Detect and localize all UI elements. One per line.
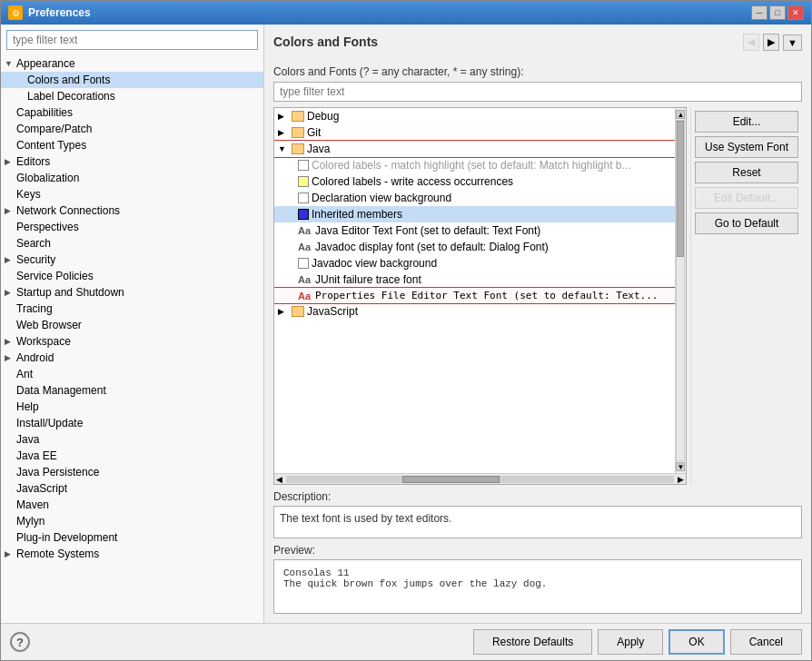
- sidebar-item-install-update[interactable]: Install/Update: [1, 415, 263, 431]
- sidebar-item-security[interactable]: ▶ Security: [1, 252, 263, 268]
- help-button[interactable]: ?: [10, 632, 30, 652]
- sidebar-item-label: Remote Systems: [16, 548, 99, 560]
- font-tree-item-git[interactable]: ▶ Git: [274, 124, 675, 141]
- font-tree-item-colored-match[interactable]: Colored labels - match highlight (set to…: [274, 157, 675, 173]
- font-tree-item-inherited-members[interactable]: Inherited members: [274, 206, 675, 222]
- scroll-thumb[interactable]: [677, 121, 684, 257]
- sidebar-item-colors-fonts[interactable]: Colors and Fonts: [1, 72, 263, 88]
- use-system-font-button[interactable]: Use System Font: [695, 136, 798, 158]
- font-tree-item-junit-failure[interactable]: Aa JUnit failure trace font: [274, 271, 675, 288]
- folder-icon: [292, 306, 304, 317]
- right-filter-input[interactable]: [273, 82, 802, 102]
- font-aa-icon: Aa: [298, 274, 312, 285]
- scroll-down-button[interactable]: ▼: [676, 462, 685, 471]
- font-tree-scroll[interactable]: ▶ Debug ▶ Git: [274, 108, 675, 473]
- sidebar-item-data-management[interactable]: Data Management: [1, 382, 263, 399]
- sidebar-item-label: Colors and Fonts: [27, 74, 110, 86]
- sidebar-item-label: Mylyn: [16, 515, 45, 528]
- title-bar: ⚙ Preferences ─ □ ✕: [1, 1, 811, 25]
- font-tree-item-java[interactable]: ▼ Java: [274, 141, 675, 157]
- cancel-button[interactable]: Cancel: [730, 629, 802, 655]
- sidebar-item-label: Editors: [16, 155, 50, 168]
- scroll-track[interactable]: [676, 120, 685, 461]
- sidebar-item-web-browser[interactable]: Web Browser: [1, 317, 263, 333]
- folder-icon: [292, 127, 304, 138]
- sidebar-item-label: Capabilities: [16, 106, 73, 119]
- sidebar-item-javascript[interactable]: JavaScript: [1, 480, 263, 497]
- restore-defaults-button[interactable]: Restore Defaults: [473, 629, 592, 655]
- description-box: The text font is used by text editors.: [273, 506, 802, 538]
- sidebar-item-keys[interactable]: Keys: [1, 186, 263, 202]
- expand-arrow: ▶: [278, 112, 289, 121]
- scroll-up-button[interactable]: ▲: [676, 110, 685, 119]
- font-tree-item-javascript[interactable]: ▶ JavaScript: [274, 303, 675, 320]
- sidebar-item-remote-systems[interactable]: ▶ Remote Systems: [1, 546, 263, 562]
- sidebar-item-network-connections[interactable]: ▶ Network Connections: [1, 202, 263, 219]
- ok-button[interactable]: OK: [668, 629, 724, 655]
- sidebar-item-ant[interactable]: Ant: [1, 366, 263, 382]
- reset-button[interactable]: Reset: [695, 162, 798, 183]
- window-title: Preferences: [28, 6, 91, 19]
- font-tree-item-javadoc-display[interactable]: Aa Javadoc display font (set to default:…: [274, 239, 675, 255]
- sidebar-item-help[interactable]: Help: [1, 399, 263, 415]
- sidebar-item-java[interactable]: Java: [1, 431, 263, 448]
- sidebar-item-label: Startup and Shutdown: [16, 286, 124, 299]
- font-tree-item-debug[interactable]: ▶ Debug: [274, 108, 675, 124]
- sidebar-item-android[interactable]: ▶ Android: [1, 350, 263, 366]
- font-tree-hscrollbar[interactable]: ◀ ▶: [274, 473, 686, 484]
- hscroll-thumb[interactable]: [402, 476, 500, 483]
- sidebar-item-globalization[interactable]: Globalization: [1, 170, 263, 186]
- apply-button[interactable]: Apply: [598, 629, 663, 655]
- sidebar-item-compare-patch[interactable]: Compare/Patch: [1, 121, 263, 137]
- font-tree-vscrollbar[interactable]: ▲ ▼: [675, 108, 686, 473]
- bottom-bar: ? Restore Defaults Apply OK Cancel: [1, 623, 811, 660]
- sidebar-item-label: Globalization: [16, 172, 79, 184]
- sidebar-item-java-persistence[interactable]: Java Persistence: [1, 464, 263, 480]
- sidebar-item-label: Data Management: [16, 384, 106, 397]
- close-button[interactable]: ✕: [787, 5, 804, 20]
- sidebar-item-java-ee[interactable]: Java EE: [1, 448, 263, 464]
- minimize-button[interactable]: ─: [751, 5, 767, 20]
- sidebar-item-content-types[interactable]: Content Types: [1, 137, 263, 153]
- sidebar-item-label: Java: [16, 433, 39, 446]
- sidebar-item-appearance[interactable]: ▼ Appearance: [1, 55, 263, 72]
- edit-default-button[interactable]: Edit Default...: [695, 187, 798, 209]
- sidebar-item-search[interactable]: Search: [1, 235, 263, 252]
- font-tree-item-java-editor-font[interactable]: Aa Java Editor Text Font (set to default…: [274, 222, 675, 239]
- sidebar-item-maven[interactable]: Maven: [1, 497, 263, 513]
- preview-label: Preview:: [273, 544, 802, 557]
- font-tree-item-colored-write[interactable]: Colored labels - write access occurrence…: [274, 173, 675, 190]
- bottom-left: ?: [10, 632, 30, 652]
- sidebar-item-workspace[interactable]: ▶ Workspace: [1, 333, 263, 350]
- hscroll-left-button[interactable]: ◀: [274, 475, 284, 484]
- sidebar-item-mylyn[interactable]: Mylyn: [1, 513, 263, 529]
- main-content: ▼ Appearance Colors and Fonts Label Deco…: [1, 25, 811, 623]
- font-tree-item-declaration-view[interactable]: Declaration view background: [274, 190, 675, 206]
- sidebar-item-label: Perspectives: [16, 221, 79, 233]
- hscroll-right-button[interactable]: ▶: [676, 475, 686, 484]
- sidebar-item-editors[interactable]: ▶ Editors: [1, 153, 263, 170]
- go-to-default-button[interactable]: Go to Default: [695, 212, 798, 234]
- sidebar-item-label: Java EE: [16, 449, 57, 462]
- sidebar-item-perspectives[interactable]: Perspectives: [1, 219, 263, 235]
- sidebar-item-capabilities[interactable]: Capabilities: [1, 104, 263, 121]
- edit-button[interactable]: Edit...: [695, 111, 798, 133]
- font-tree-item-javadoc-view-bg[interactable]: Javadoc view background: [274, 255, 675, 271]
- maximize-button[interactable]: □: [769, 5, 786, 20]
- left-tree-scroll[interactable]: ▼ Appearance Colors and Fonts Label Deco…: [1, 55, 263, 623]
- left-filter-input[interactable]: [6, 30, 258, 50]
- sidebar-item-startup-shutdown[interactable]: ▶ Startup and Shutdown: [1, 284, 263, 301]
- nav-dropdown-button[interactable]: ▼: [783, 35, 802, 51]
- hscroll-track[interactable]: [286, 476, 674, 483]
- sidebar-item-tracing[interactable]: Tracing: [1, 301, 263, 317]
- nav-back-button[interactable]: ◀: [743, 34, 759, 51]
- title-bar-left: ⚙ Preferences: [8, 5, 91, 20]
- sidebar-item-service-policies[interactable]: Service Policies: [1, 268, 263, 284]
- font-tree-item-properties-editor[interactable]: Aa Properties File Editor Text Font (set…: [274, 288, 675, 303]
- sidebar-item-label-decorations[interactable]: Label Decorations: [1, 88, 263, 104]
- nav-forward-button[interactable]: ▶: [763, 34, 779, 51]
- sidebar-item-plugin-development[interactable]: Plug-in Development: [1, 529, 263, 546]
- font-tree-item-label: JUnit failure trace font: [315, 273, 421, 286]
- expand-arrow: ▶: [5, 206, 14, 215]
- expand-arrow: ▶: [5, 255, 14, 264]
